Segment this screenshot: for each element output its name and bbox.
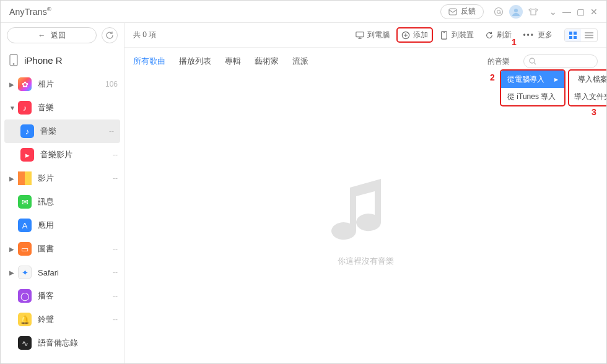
feedback-button[interactable]: 反饋 — [440, 4, 484, 19]
titlebar: AnyTrans® 反饋 ⌄ — ▢ ✕ — [1, 1, 606, 23]
close-icon[interactable]: ✕ — [588, 6, 600, 18]
add-source-menu: 從電腦導入 ▸ 從 iTunes 導入 — [500, 69, 566, 106]
item-count: 共 0 項 — [133, 30, 349, 40]
add-button[interactable]: 添加 — [396, 27, 433, 43]
chevron-right-icon: ▶ — [9, 175, 15, 182]
monitor-icon — [356, 31, 364, 40]
sidebar-item-messages[interactable]: ✉ 訊息 — [1, 190, 124, 214]
import-type-menu: 導入檔案 導入文件夾 — [568, 69, 607, 106]
sidebar-item-safari[interactable]: ▶ ✦ Safari -- — [1, 261, 124, 284]
music-icon: ♪ — [18, 101, 32, 115]
svg-rect-10 — [574, 32, 577, 35]
message-icon: ✉ — [18, 195, 32, 209]
app-icon: A — [18, 219, 32, 232]
video-icon — [18, 171, 32, 185]
phone-icon — [9, 54, 18, 66]
svg-point-13 — [530, 58, 535, 63]
annotation-2: 2 — [490, 72, 495, 82]
plus-circle-icon — [401, 31, 410, 40]
chevron-right-icon: ▶ — [9, 81, 15, 88]
view-toggle — [564, 28, 598, 42]
menu-from-computer[interactable]: 從電腦導入 ▸ — [501, 71, 564, 88]
svg-point-1 — [495, 7, 503, 15]
device-name: iPhone R — [24, 55, 63, 66]
content-area: 共 0 項 到電腦 添加 到裝置 刷新 ••• 更多 — [124, 23, 606, 364]
dropdown-icon[interactable]: ⌄ — [547, 6, 559, 18]
sidebar-item-music[interactable]: ▼ ♪ 音樂 — [1, 96, 124, 119]
svg-point-2 — [497, 10, 500, 13]
chevron-right-icon: ▶ — [9, 246, 15, 253]
shirt-icon[interactable] — [526, 5, 540, 19]
tab-albums[interactable]: 專輯 — [225, 56, 241, 67]
empty-message: 你這裡沒有音樂 — [338, 256, 394, 267]
sidebar-item-voicememo[interactable]: ∿ 語音備忘錄 — [1, 331, 124, 355]
user-icon[interactable] — [509, 5, 523, 19]
sidebar-item-video[interactable]: ▶ 影片 -- — [1, 167, 124, 190]
list-view-button[interactable] — [581, 29, 597, 41]
back-button[interactable]: ← 返回 — [7, 27, 97, 43]
window-controls: ⌄ — ▢ ✕ — [547, 6, 600, 18]
device-icon — [440, 31, 448, 40]
svg-rect-0 — [449, 9, 456, 15]
device-row[interactable]: iPhone R — [1, 48, 124, 72]
chevron-down-icon: ▼ — [9, 105, 15, 111]
podcast-icon: ◯ — [18, 289, 32, 303]
photos-icon: ✿ — [18, 77, 32, 91]
sidebar-subitem-music-video[interactable]: ▸ 音樂影片 -- — [1, 143, 124, 167]
menu-from-itunes[interactable]: 從 iTunes 導入 — [501, 88, 564, 105]
sidebar: ← 返回 iPhone R ▶ ✿ 相片 106 ▼ ♪ 音樂 ♪ — [1, 23, 124, 364]
maximize-icon[interactable]: ▢ — [574, 6, 587, 18]
music-note-icon: ♪ — [20, 124, 34, 138]
refresh-button[interactable]: 刷新 — [481, 27, 516, 43]
svg-point-5 — [13, 64, 14, 65]
dots-icon: ••• — [523, 31, 535, 40]
empty-state: 你這裡沒有音樂 — [124, 75, 606, 364]
music-video-icon: ▸ — [20, 148, 34, 162]
at-icon[interactable] — [492, 5, 505, 19]
more-button[interactable]: ••• 更多 — [518, 27, 557, 43]
sidebar-item-ringtone[interactable]: 🔔 鈴聲 -- — [1, 308, 124, 331]
sidebar-item-podcast[interactable]: ◯ 播客 -- — [1, 284, 124, 308]
bell-icon: 🔔 — [18, 313, 32, 326]
svg-point-3 — [514, 9, 518, 12]
refresh-icon — [485, 31, 494, 40]
tab-artists[interactable]: 藝術家 — [255, 56, 279, 67]
safari-icon: ✦ — [18, 266, 32, 279]
menu-import-folder[interactable]: 導入文件夾 — [569, 88, 607, 105]
sidebar-item-books[interactable]: ▶ ▭ 圖書 -- — [1, 237, 124, 261]
sidebar-refresh-button[interactable] — [102, 27, 118, 43]
annotation-3: 3 — [592, 107, 596, 117]
toolbar: 共 0 項 到電腦 添加 到裝置 刷新 ••• 更多 — [124, 23, 606, 48]
minimize-icon[interactable]: — — [561, 6, 573, 18]
back-label: 返回 — [51, 30, 66, 41]
feedback-label: 反饋 — [461, 6, 476, 17]
grid-view-button[interactable] — [565, 29, 581, 41]
to-device-button[interactable]: 到裝置 — [435, 27, 478, 43]
to-computer-button[interactable]: 到電腦 — [351, 27, 394, 43]
svg-rect-12 — [574, 36, 577, 39]
tab-genres[interactable]: 流派 — [292, 56, 308, 67]
music-note-icon — [331, 173, 400, 247]
search-input[interactable] — [523, 54, 598, 68]
book-icon: ▭ — [18, 242, 32, 256]
envelope-icon — [448, 8, 457, 15]
tab-playlists[interactable]: 播放列表 — [179, 56, 211, 67]
menu-import-file[interactable]: 導入檔案 — [569, 71, 607, 88]
annotation-1: 1 — [512, 37, 517, 47]
svg-rect-6 — [356, 32, 364, 37]
svg-rect-11 — [569, 36, 572, 39]
search-icon — [529, 58, 536, 65]
sidebar-subitem-music[interactable]: ♪ 音樂 -- — [4, 119, 120, 143]
sidebar-item-apps[interactable]: A 應用 — [1, 214, 124, 237]
tab-all-songs[interactable]: 所有歌曲 — [133, 56, 165, 67]
chevron-right-icon: ▸ — [554, 75, 558, 84]
sidebar-item-photos[interactable]: ▶ ✿ 相片 106 — [1, 72, 124, 96]
arrow-left-icon: ← — [38, 31, 46, 40]
chevron-right-icon: ▶ — [9, 269, 15, 276]
right-label: 的音樂 — [487, 56, 510, 67]
waveform-icon: ∿ — [18, 336, 32, 350]
svg-rect-9 — [569, 32, 572, 35]
app-name: AnyTrans® — [9, 6, 51, 17]
